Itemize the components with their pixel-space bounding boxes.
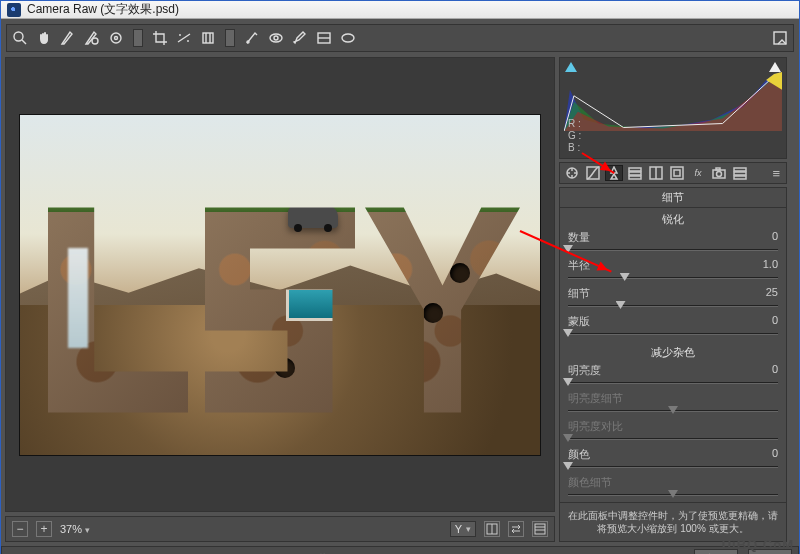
- crop-tool[interactable]: [151, 29, 169, 47]
- svg-rect-14: [535, 524, 545, 534]
- svg-point-8: [274, 36, 278, 40]
- slider-masking[interactable]: 蒙版0: [560, 313, 786, 341]
- svg-point-27: [717, 172, 722, 177]
- svg-line-1: [22, 40, 26, 44]
- tab-split[interactable]: [647, 165, 665, 181]
- adjustment-brush-tool[interactable]: [291, 29, 309, 47]
- swap-button[interactable]: [508, 521, 524, 537]
- section-noise: 减少杂色: [560, 341, 786, 362]
- svg-point-2: [92, 38, 98, 44]
- svg-point-0: [14, 32, 23, 41]
- detail-panel: 细节 锐化 数量0 半径1.0 细节25 蒙版0: [559, 187, 787, 542]
- tab-curve[interactable]: [584, 165, 602, 181]
- tab-hsl[interactable]: [626, 165, 644, 181]
- color-sampler-tool[interactable]: [83, 29, 101, 47]
- slider-detail[interactable]: 细节25: [560, 285, 786, 313]
- zoom-out-button[interactable]: −: [12, 521, 28, 537]
- main-toolbar: [6, 24, 794, 52]
- tab-camera[interactable]: [710, 165, 728, 181]
- svg-point-4: [115, 37, 118, 40]
- svg-rect-20: [629, 172, 641, 175]
- app-icon: [7, 3, 21, 17]
- svg-point-7: [270, 34, 282, 42]
- svg-point-10: [342, 34, 354, 42]
- svg-rect-31: [734, 176, 746, 179]
- transform-tool[interactable]: [199, 29, 217, 47]
- svg-rect-21: [629, 176, 641, 179]
- watermark: UiBQ.CoM: [722, 537, 794, 552]
- svg-rect-28: [716, 168, 720, 170]
- divider: [133, 29, 143, 47]
- straighten-tool[interactable]: [175, 29, 193, 47]
- image-preview[interactable]: [5, 57, 555, 512]
- svg-rect-19: [629, 168, 641, 171]
- tab-presets[interactable]: [731, 165, 749, 181]
- slider-luminance-detail: 明亮度细节: [560, 390, 786, 418]
- slider-color-detail: 颜色细节: [560, 474, 786, 502]
- rgb-readout: R : G : B :: [568, 118, 581, 154]
- slider-radius[interactable]: 半径1.0: [560, 257, 786, 285]
- gradual-filter-tool[interactable]: [315, 29, 333, 47]
- svg-point-3: [111, 33, 121, 43]
- svg-rect-30: [734, 172, 746, 175]
- presets-tool[interactable]: [771, 29, 789, 47]
- shadow-clip-indicator[interactable]: [565, 62, 577, 72]
- white-balance-tool[interactable]: [59, 29, 77, 47]
- tab-lens[interactable]: [668, 165, 686, 181]
- spot-removal-tool[interactable]: [243, 29, 261, 47]
- canvas: [20, 115, 540, 455]
- svg-rect-5: [203, 33, 213, 43]
- zoom-tool[interactable]: [11, 29, 29, 47]
- radial-filter-tool[interactable]: [339, 29, 357, 47]
- histogram[interactable]: R : G : B :: [559, 57, 787, 159]
- zoom-level[interactable]: 37% ▾: [60, 523, 90, 535]
- slider-color[interactable]: 颜色0: [560, 446, 786, 474]
- svg-rect-29: [734, 168, 746, 171]
- titlebar: Camera Raw (文字效果.psd): [1, 1, 799, 19]
- slider-amount[interactable]: 数量0: [560, 229, 786, 257]
- slider-luminance-contrast: 明亮度对比: [560, 418, 786, 446]
- hand-tool[interactable]: [35, 29, 53, 47]
- bottom-bar: Adobe RGB (1998); 8 位; 3000 x 2000 (6.0 …: [1, 546, 799, 554]
- highlight-clip-indicator[interactable]: [769, 62, 781, 72]
- slider-luminance[interactable]: 明亮度0: [560, 362, 786, 390]
- before-after-mode[interactable]: Y▾: [450, 521, 476, 537]
- panel-title: 细节: [560, 188, 786, 208]
- zoom-in-button[interactable]: +: [36, 521, 52, 537]
- redeye-tool[interactable]: [267, 29, 285, 47]
- svg-rect-25: [674, 170, 680, 176]
- tab-fx[interactable]: fx: [689, 165, 707, 181]
- targeted-adjust-tool[interactable]: [107, 29, 125, 47]
- section-sharpen: 锐化: [560, 208, 786, 229]
- divider: [225, 29, 235, 47]
- adjustment-tabs: fx ≡: [559, 162, 787, 184]
- tab-basic[interactable]: [563, 165, 581, 181]
- panel-menu-icon[interactable]: ≡: [769, 166, 783, 181]
- panel-hint: 在此面板中调整控件时，为了使预览更精确，请将预览大小缩放到 100% 或更大。: [560, 502, 786, 541]
- copy-settings-button[interactable]: [532, 521, 548, 537]
- preview-footer: − + 37% ▾ Y▾: [5, 516, 555, 542]
- svg-rect-24: [671, 167, 683, 179]
- compare-split-button[interactable]: [484, 521, 500, 537]
- window-title: Camera Raw (文字效果.psd): [27, 1, 179, 18]
